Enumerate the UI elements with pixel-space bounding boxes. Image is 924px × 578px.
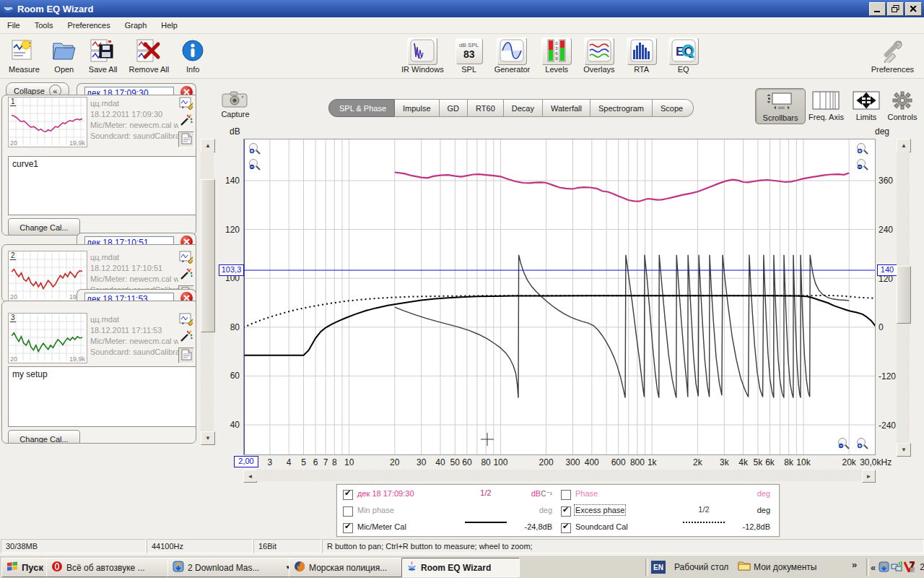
task-button-0[interactable]: Всё об автозвуке ... [46, 558, 175, 577]
tab-decay[interactable]: Decay [504, 99, 543, 117]
toolbar-button-save-all[interactable]: Save All [89, 38, 118, 74]
menu-tools[interactable]: Tools [27, 18, 61, 33]
toolbar-button-ir-windows[interactable]: IR Windows [401, 38, 444, 74]
zoom-in-x-icon[interactable] [858, 439, 868, 449]
rta-icon [629, 38, 654, 64]
toolbar-button-eq[interactable]: EQEQ [668, 38, 699, 74]
spl-phase-plot[interactable] [243, 139, 876, 455]
checkbox-unchecked[interactable] [561, 490, 571, 500]
zoom-out-y-icon[interactable] [250, 160, 261, 171]
change-cal-button[interactable]: Change Cal... [8, 430, 80, 444]
wand-button[interactable] [178, 114, 193, 129]
restore-button[interactable] [887, 2, 904, 16]
toolbar-button-spl[interactable]: dB SPL83SPL [456, 38, 483, 74]
graph-v-scrollbar-thumb[interactable] [897, 266, 911, 324]
tray-collapse-chevron[interactable]: « [871, 562, 876, 573]
capture-button[interactable]: Capture [219, 91, 252, 118]
zoom-out-right-icon[interactable] [858, 160, 868, 171]
menu-file[interactable]: File [0, 18, 27, 33]
graph-h-scrollbar-track[interactable] [256, 470, 863, 481]
change-cal-button[interactable]: Change Cal... [8, 218, 80, 236]
measurement-notes-field[interactable]: curve1 [8, 156, 196, 215]
tray-dm-icon[interactable] [879, 561, 889, 574]
wand-button[interactable] [178, 330, 193, 345]
measurement-thumbnail[interactable]: 22019,9k [8, 251, 87, 301]
tab-spectrogram[interactable]: Spectrogram [590, 99, 653, 117]
checkbox-checked[interactable]: ✔ [343, 523, 353, 533]
limits-button[interactable]: Limits [847, 88, 885, 123]
task-button-3[interactable]: Room EQ Wizard [401, 558, 520, 577]
measurement-thumbnail[interactable]: 12019,9k [8, 97, 87, 147]
checkbox-checked[interactable]: ✔ [561, 523, 571, 533]
graph-v-scrollbar-up-arrow[interactable]: ▲ [897, 139, 911, 152]
menu-graph[interactable]: Graph [118, 18, 154, 33]
graph-v-scrollbar-down-arrow[interactable]: ▼ [897, 443, 911, 457]
freq-axis-button[interactable]: Freq. Axis [807, 88, 845, 123]
sidebar-scrollbar-thumb[interactable] [201, 179, 215, 332]
tab-scope[interactable]: Scope [653, 99, 694, 117]
menu-help[interactable]: Help [154, 18, 185, 33]
status-bar: 30/38MB44100Hz16BitR button to pan; Ctrl… [0, 538, 924, 554]
x-tick: 10k [796, 457, 810, 467]
legend-label[interactable]: Soundcard Cal [575, 522, 628, 531]
edit-chart-button[interactable] [178, 313, 193, 327]
zoom-in-y-icon[interactable] [250, 144, 261, 155]
legend-row: ✔Mic/Meter Cal-24,8dB✔Soundcard Cal-12,8… [337, 519, 779, 536]
x-tick: 8k [784, 457, 793, 467]
my-documents-label[interactable]: Мои документы [754, 562, 816, 572]
desktop-toolbar-label[interactable]: Рабочий стол [674, 562, 728, 572]
toolbar-button-overlays[interactable]: Overlays [583, 38, 614, 74]
scrollbars-button[interactable]: Scrollbars [755, 88, 806, 124]
notes-icon [181, 133, 192, 146]
toolbar-button-open[interactable]: Open [51, 38, 77, 74]
edit-chart-button[interactable] [178, 251, 193, 265]
toolbar-overflow-chevron[interactable]: » [852, 559, 857, 570]
edit-chart-button[interactable] [178, 97, 193, 111]
toolbar-button-levels[interactable]: 0369Levels [541, 38, 572, 74]
toolbar-button-preferences[interactable]: Preferences [871, 38, 914, 74]
zoom-out-x-icon[interactable] [839, 439, 850, 449]
notes-button[interactable] [178, 131, 194, 147]
task-button-1[interactable]: 2 Download Mas...▼ [167, 558, 296, 577]
checkbox-checked[interactable]: ✔ [561, 506, 571, 517]
legend-label[interactable]: Excess phase [575, 506, 624, 514]
toolbar-button-remove-all[interactable]: Remove All [129, 38, 170, 74]
wand-button[interactable] [178, 268, 193, 282]
thumbnail-max-freq: 19,9k [69, 139, 85, 147]
x-tick: 30,0kHz [860, 457, 892, 467]
menu-preferences[interactable]: Preferences [60, 18, 117, 33]
controls-button[interactable]: Controls [884, 88, 921, 123]
toolbar-button-measure[interactable]: Measure [9, 38, 40, 74]
notes-button[interactable] [178, 348, 194, 363]
measurement-notes-field[interactable]: my setup [8, 366, 196, 427]
legend-label[interactable]: дек 18 17:09:30 [357, 489, 414, 498]
task-button-2[interactable]: Морская полиция... [289, 558, 409, 577]
legend-label[interactable]: Mic/Meter Cal [357, 522, 406, 531]
zoom-in-right-icon[interactable] [858, 144, 868, 155]
checkbox-unchecked[interactable] [343, 506, 353, 517]
tab-impulse[interactable]: Impulse [395, 99, 440, 117]
tab-rt60[interactable]: RT60 [468, 99, 504, 117]
graph-h-scrollbar-right-arrow[interactable]: ► [862, 470, 876, 483]
tab-spl-phase[interactable]: SPL & Phase [328, 99, 395, 117]
toolbar-button-info[interactable]: Info [180, 38, 205, 74]
toolbar-button-generator[interactable]: Generator [494, 38, 531, 74]
sidebar-scrollbar-down-arrow[interactable]: ▼ [201, 431, 215, 445]
tray-antivirus-icon[interactable] [904, 561, 915, 574]
close-button[interactable] [905, 2, 922, 16]
language-indicator[interactable]: EN [651, 561, 666, 574]
legend-label[interactable]: Min phase [357, 506, 394, 514]
minimize-button[interactable] [869, 2, 886, 16]
toolbar-button-rta[interactable]: RTA [627, 38, 657, 74]
status-cell-0: 30/38MB [1, 539, 146, 553]
sidebar-scrollbar-up-arrow[interactable]: ▲ [201, 139, 215, 152]
tab-gd[interactable]: GD [440, 99, 468, 117]
checkbox-checked[interactable]: ✔ [343, 490, 353, 500]
folder-icon[interactable] [738, 564, 751, 572]
legend-label[interactable]: Phase [575, 489, 598, 498]
solid-line-sample [457, 522, 515, 523]
measurement-thumbnail[interactable]: 32019,9k [8, 313, 87, 363]
graph-h-scrollbar-left-arrow[interactable]: ◄ [243, 470, 257, 483]
tab-waterfall[interactable]: Waterfall [543, 99, 590, 117]
tray-network-icon[interactable] [891, 561, 902, 574]
